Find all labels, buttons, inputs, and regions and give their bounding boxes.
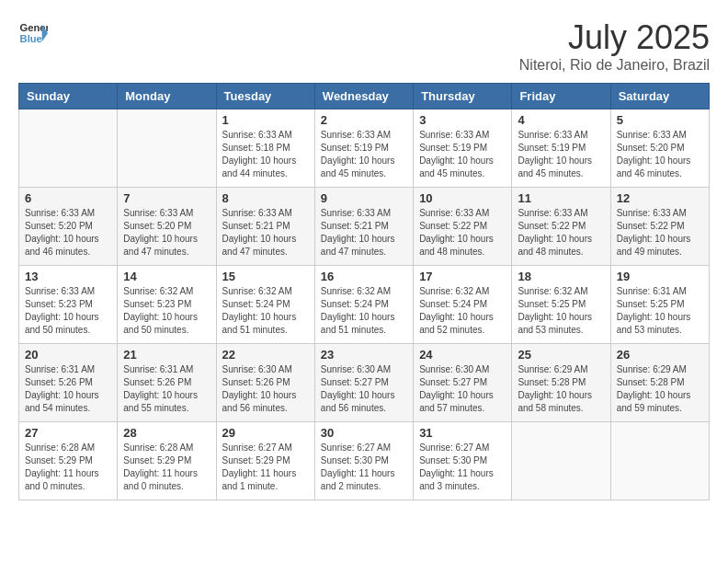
calendar-cell: 24Sunrise: 6:30 AMSunset: 5:27 PMDayligh… <box>414 344 512 422</box>
day-number: 7 <box>123 191 210 205</box>
day-number: 3 <box>419 113 506 127</box>
day-number: 10 <box>419 191 506 205</box>
calendar-cell: 14Sunrise: 6:32 AMSunset: 5:23 PMDayligh… <box>118 266 216 344</box>
column-header-saturday: Saturday <box>610 84 709 109</box>
calendar-cell: 25Sunrise: 6:29 AMSunset: 5:28 PMDayligh… <box>512 344 610 422</box>
day-info: Sunrise: 6:33 AMSunset: 5:19 PMDaylight:… <box>518 129 604 180</box>
subtitle: Niteroi, Rio de Janeiro, Brazil <box>519 57 710 74</box>
day-info: Sunrise: 6:27 AMSunset: 5:30 PMDaylight:… <box>321 442 407 493</box>
svg-text:Blue: Blue <box>20 33 42 44</box>
column-header-wednesday: Wednesday <box>314 84 413 109</box>
day-info: Sunrise: 6:29 AMSunset: 5:28 PMDaylight:… <box>518 363 604 415</box>
day-number: 15 <box>222 270 309 283</box>
day-info: Sunrise: 6:33 AMSunset: 5:22 PMDaylight:… <box>518 207 604 259</box>
day-info: Sunrise: 6:32 AMSunset: 5:24 PMDaylight:… <box>222 285 309 337</box>
calendar-cell: 28Sunrise: 6:28 AMSunset: 5:29 PMDayligh… <box>118 422 216 500</box>
day-number: 8 <box>222 191 309 205</box>
day-info: Sunrise: 6:33 AMSunset: 5:22 PMDaylight:… <box>617 207 703 259</box>
calendar-cell: 6Sunrise: 6:33 AMSunset: 5:20 PMDaylight… <box>19 188 118 266</box>
day-number: 31 <box>419 426 506 440</box>
day-info: Sunrise: 6:33 AMSunset: 5:19 PMDaylight:… <box>419 129 506 180</box>
day-number: 4 <box>518 113 604 127</box>
day-number: 5 <box>617 113 703 127</box>
column-header-friday: Friday <box>512 84 610 109</box>
calendar-cell <box>19 109 118 188</box>
day-info: Sunrise: 6:27 AMSunset: 5:30 PMDaylight:… <box>419 442 506 493</box>
calendar-cell: 5Sunrise: 6:33 AMSunset: 5:20 PMDaylight… <box>610 109 709 188</box>
calendar-cell <box>512 422 610 500</box>
day-info: Sunrise: 6:32 AMSunset: 5:24 PMDaylight:… <box>321 285 407 337</box>
day-info: Sunrise: 6:30 AMSunset: 5:26 PMDaylight:… <box>222 363 309 415</box>
day-info: Sunrise: 6:33 AMSunset: 5:21 PMDaylight:… <box>321 207 407 259</box>
calendar-cell: 30Sunrise: 6:27 AMSunset: 5:30 PMDayligh… <box>314 422 413 500</box>
week-row-1: 1Sunrise: 6:33 AMSunset: 5:18 PMDaylight… <box>19 109 710 188</box>
day-number: 26 <box>617 348 703 362</box>
calendar-cell: 4Sunrise: 6:33 AMSunset: 5:19 PMDaylight… <box>512 109 610 188</box>
calendar-cell: 10Sunrise: 6:33 AMSunset: 5:22 PMDayligh… <box>414 188 512 266</box>
day-info: Sunrise: 6:31 AMSunset: 5:25 PMDaylight:… <box>617 285 703 337</box>
calendar-cell: 7Sunrise: 6:33 AMSunset: 5:20 PMDaylight… <box>118 188 216 266</box>
week-row-5: 27Sunrise: 6:28 AMSunset: 5:29 PMDayligh… <box>19 422 710 500</box>
day-info: Sunrise: 6:33 AMSunset: 5:19 PMDaylight:… <box>321 129 407 180</box>
day-info: Sunrise: 6:27 AMSunset: 5:29 PMDaylight:… <box>222 442 309 493</box>
calendar-cell: 1Sunrise: 6:33 AMSunset: 5:18 PMDaylight… <box>216 109 314 188</box>
day-number: 29 <box>222 426 309 440</box>
calendar-cell: 12Sunrise: 6:33 AMSunset: 5:22 PMDayligh… <box>610 188 709 266</box>
calendar-cell: 21Sunrise: 6:31 AMSunset: 5:26 PMDayligh… <box>118 344 216 422</box>
calendar-cell: 15Sunrise: 6:32 AMSunset: 5:24 PMDayligh… <box>216 266 314 344</box>
day-number: 25 <box>518 348 604 362</box>
day-number: 22 <box>222 348 309 362</box>
day-number: 18 <box>518 270 604 283</box>
day-info: Sunrise: 6:31 AMSunset: 5:26 PMDaylight:… <box>25 363 111 415</box>
day-number: 6 <box>25 191 111 205</box>
day-number: 1 <box>222 113 309 127</box>
day-info: Sunrise: 6:31 AMSunset: 5:26 PMDaylight:… <box>123 363 210 415</box>
title-section: July 2025 Niteroi, Rio de Janeiro, Brazi… <box>519 18 710 74</box>
calendar-cell: 22Sunrise: 6:30 AMSunset: 5:26 PMDayligh… <box>216 344 314 422</box>
calendar-cell: 17Sunrise: 6:32 AMSunset: 5:24 PMDayligh… <box>414 266 512 344</box>
calendar-header-row: SundayMondayTuesdayWednesdayThursdayFrid… <box>19 84 710 109</box>
day-number: 17 <box>419 270 506 283</box>
calendar-cell <box>610 422 709 500</box>
column-header-thursday: Thursday <box>414 84 512 109</box>
day-info: Sunrise: 6:32 AMSunset: 5:24 PMDaylight:… <box>419 285 506 337</box>
calendar-cell: 9Sunrise: 6:33 AMSunset: 5:21 PMDaylight… <box>314 188 413 266</box>
day-number: 16 <box>321 270 407 283</box>
week-row-3: 13Sunrise: 6:33 AMSunset: 5:23 PMDayligh… <box>19 266 710 344</box>
calendar-cell: 11Sunrise: 6:33 AMSunset: 5:22 PMDayligh… <box>512 188 610 266</box>
day-info: Sunrise: 6:33 AMSunset: 5:20 PMDaylight:… <box>617 129 703 180</box>
calendar-cell: 8Sunrise: 6:33 AMSunset: 5:21 PMDaylight… <box>216 188 314 266</box>
day-number: 12 <box>617 191 703 205</box>
day-info: Sunrise: 6:29 AMSunset: 5:28 PMDaylight:… <box>617 363 703 415</box>
logo-icon: General Blue <box>18 18 48 48</box>
page-header: General Blue July 2025 Niteroi, Rio de J… <box>18 18 710 74</box>
calendar-cell: 27Sunrise: 6:28 AMSunset: 5:29 PMDayligh… <box>19 422 118 500</box>
day-number: 23 <box>321 348 407 362</box>
day-number: 27 <box>25 426 111 440</box>
column-header-monday: Monday <box>118 84 216 109</box>
day-number: 2 <box>321 113 407 127</box>
week-row-2: 6Sunrise: 6:33 AMSunset: 5:20 PMDaylight… <box>19 188 710 266</box>
day-info: Sunrise: 6:28 AMSunset: 5:29 PMDaylight:… <box>123 442 210 493</box>
calendar-cell: 23Sunrise: 6:30 AMSunset: 5:27 PMDayligh… <box>314 344 413 422</box>
day-info: Sunrise: 6:33 AMSunset: 5:20 PMDaylight:… <box>25 207 111 259</box>
calendar-cell: 31Sunrise: 6:27 AMSunset: 5:30 PMDayligh… <box>414 422 512 500</box>
column-header-tuesday: Tuesday <box>216 84 314 109</box>
day-number: 13 <box>25 270 111 283</box>
day-number: 21 <box>123 348 210 362</box>
calendar-cell: 20Sunrise: 6:31 AMSunset: 5:26 PMDayligh… <box>19 344 118 422</box>
calendar-cell: 16Sunrise: 6:32 AMSunset: 5:24 PMDayligh… <box>314 266 413 344</box>
day-number: 9 <box>321 191 407 205</box>
day-number: 19 <box>617 270 703 283</box>
day-info: Sunrise: 6:30 AMSunset: 5:27 PMDaylight:… <box>321 363 407 415</box>
week-row-4: 20Sunrise: 6:31 AMSunset: 5:26 PMDayligh… <box>19 344 710 422</box>
day-info: Sunrise: 6:33 AMSunset: 5:23 PMDaylight:… <box>25 285 111 337</box>
day-info: Sunrise: 6:32 AMSunset: 5:23 PMDaylight:… <box>123 285 210 337</box>
calendar-cell: 29Sunrise: 6:27 AMSunset: 5:29 PMDayligh… <box>216 422 314 500</box>
calendar-cell: 13Sunrise: 6:33 AMSunset: 5:23 PMDayligh… <box>19 266 118 344</box>
day-number: 24 <box>419 348 506 362</box>
day-info: Sunrise: 6:33 AMSunset: 5:21 PMDaylight:… <box>222 207 309 259</box>
day-info: Sunrise: 6:33 AMSunset: 5:20 PMDaylight:… <box>123 207 210 259</box>
calendar-cell: 2Sunrise: 6:33 AMSunset: 5:19 PMDaylight… <box>314 109 413 188</box>
day-number: 20 <box>25 348 111 362</box>
